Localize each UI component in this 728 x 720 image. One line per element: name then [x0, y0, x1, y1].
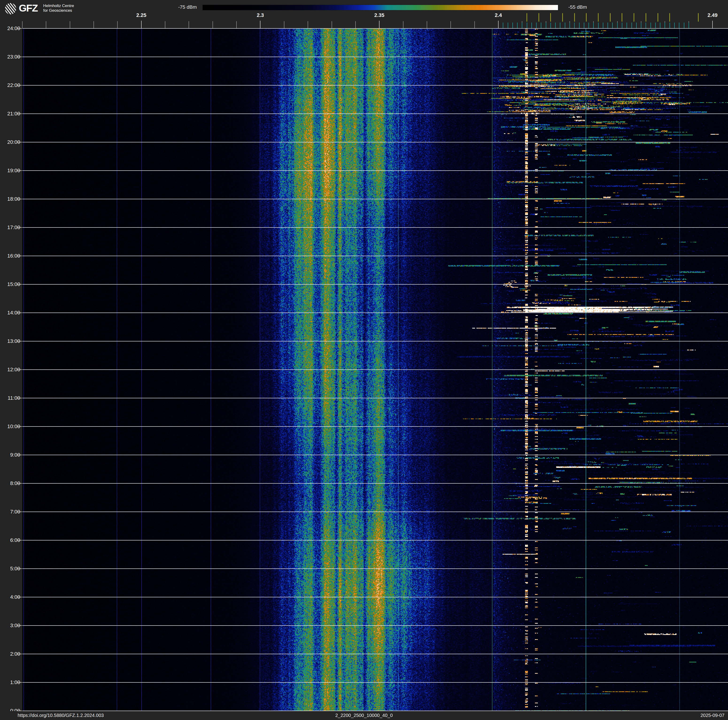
ble-channel-tick — [598, 23, 599, 28]
freq-tick-minor — [117, 21, 118, 28]
ble-channel-tick — [555, 23, 556, 28]
spectrogram-canvas — [22, 28, 728, 711]
freq-tick-minor — [22, 21, 23, 28]
freq-tick-major — [498, 21, 499, 28]
ble-channel-tick — [660, 23, 661, 28]
ble-channel-tick — [655, 23, 656, 28]
ble-channel-tick — [665, 23, 665, 28]
freq-tick-minor — [165, 21, 165, 28]
time-tick — [17, 256, 22, 256]
ble-channel-tick — [574, 23, 575, 28]
time-tick — [17, 227, 22, 228]
time-tick — [17, 28, 22, 29]
ble-channel-tick — [579, 23, 580, 28]
ble-channel-tick — [536, 23, 537, 28]
wifi-channel-tick — [669, 13, 670, 21]
wifi-channel-tick — [698, 13, 699, 21]
ble-channel-tick — [584, 23, 584, 28]
ble-channel-tick — [551, 23, 551, 28]
freq-tick-minor — [427, 21, 427, 28]
freq-tick-major — [141, 21, 142, 28]
freq-tick-minor — [450, 21, 451, 28]
freq-tick-minor — [213, 21, 213, 28]
wifi-channel-tick — [610, 13, 610, 21]
time-tick — [17, 568, 22, 569]
date-label: 2025-09-07 — [700, 713, 725, 718]
ble-channel-tick — [650, 23, 651, 28]
ble-channel-tick — [684, 23, 684, 28]
wifi-channel-tick — [550, 13, 551, 21]
dataset-name: 2_2200_2500_10000_40_0 — [0, 713, 728, 718]
freq-tick-minor — [46, 21, 46, 28]
ble-channel-tick — [679, 23, 679, 28]
header: GFZ Helmholtz Centre for Geosciences -75… — [0, 0, 728, 28]
ble-channel-tick — [622, 23, 622, 28]
time-tick — [17, 199, 22, 199]
ble-channel-tick — [593, 23, 594, 28]
ble-channel-tick — [503, 23, 503, 28]
wifi-channel-tick — [526, 13, 527, 21]
ble-channel-tick — [617, 23, 618, 28]
colorbar-min-label: -75 dBm — [178, 4, 197, 10]
wifi-channel-tick — [574, 13, 575, 21]
wifi-channel-tick — [658, 13, 658, 21]
freq-tick-minor — [403, 21, 404, 28]
gfz-logo-icon — [5, 3, 16, 14]
ble-channel-tick — [632, 23, 632, 28]
time-tick — [17, 341, 22, 342]
time-tick — [17, 142, 22, 142]
time-tick — [17, 682, 22, 683]
freq-tick-major — [712, 21, 713, 28]
time-tick — [17, 512, 22, 512]
freq-tick-minor — [474, 21, 475, 28]
spectrogram-plot: 24:0023:0022:0021:0020:0019:0018:0017:00… — [0, 28, 728, 711]
gfz-logo-acronym: GFZ — [19, 2, 38, 14]
freq-tick-minor — [236, 21, 237, 28]
wifi-channel-tick — [562, 13, 563, 21]
ble-channel-tick — [607, 23, 608, 28]
ble-channel-tick — [508, 23, 508, 28]
freq-tick-minor — [307, 21, 308, 28]
freq-tick-major — [379, 21, 379, 28]
freq-tick-label: 2.35 — [369, 12, 390, 18]
colorbar-max-label: -55 dBm — [568, 4, 587, 10]
time-tick — [17, 85, 22, 86]
time-tick — [17, 625, 22, 626]
ble-channel-tick — [636, 23, 637, 28]
ble-channel-tick — [641, 23, 641, 28]
ble-channel-tick — [612, 23, 613, 28]
footer: https://doi.org/10.5880/GFZ.1.2.2024.003… — [0, 711, 728, 720]
wifi-channel-tick — [586, 13, 587, 21]
colorbar-gradient — [202, 5, 558, 10]
ble-channel-tick — [603, 23, 603, 28]
ble-channel-tick — [565, 23, 565, 28]
time-tick — [17, 455, 22, 455]
wifi-channel-tick — [598, 13, 599, 21]
freq-tick-minor — [332, 21, 332, 28]
ble-channel-tick — [688, 23, 689, 28]
ble-channel-tick — [541, 23, 541, 28]
time-tick — [17, 113, 22, 114]
wifi-channel-tick — [645, 13, 646, 21]
ble-channel-tick — [589, 23, 589, 28]
ble-channel-tick — [670, 23, 670, 28]
freq-tick-label: 2.49 — [702, 12, 723, 18]
ble-channel-tick — [674, 23, 675, 28]
time-tick — [17, 426, 22, 427]
ble-channel-tick — [527, 23, 527, 28]
ble-channel-tick — [546, 23, 546, 28]
ble-channel-tick — [522, 23, 522, 28]
ble-channel-tick — [517, 23, 518, 28]
freq-tick-minor — [284, 21, 284, 28]
ble-channel-tick — [512, 23, 513, 28]
ble-channel-tick — [569, 23, 570, 28]
time-tick — [17, 654, 22, 654]
freq-tick-minor — [93, 21, 94, 28]
time-tick — [17, 284, 22, 285]
time-tick — [17, 398, 22, 398]
spectrogram-page: GFZ Helmholtz Centre for Geosciences -75… — [0, 0, 728, 720]
time-tick — [17, 369, 22, 370]
freq-tick-minor — [188, 21, 189, 28]
freq-tick-minor — [70, 21, 70, 28]
time-tick — [17, 483, 22, 484]
